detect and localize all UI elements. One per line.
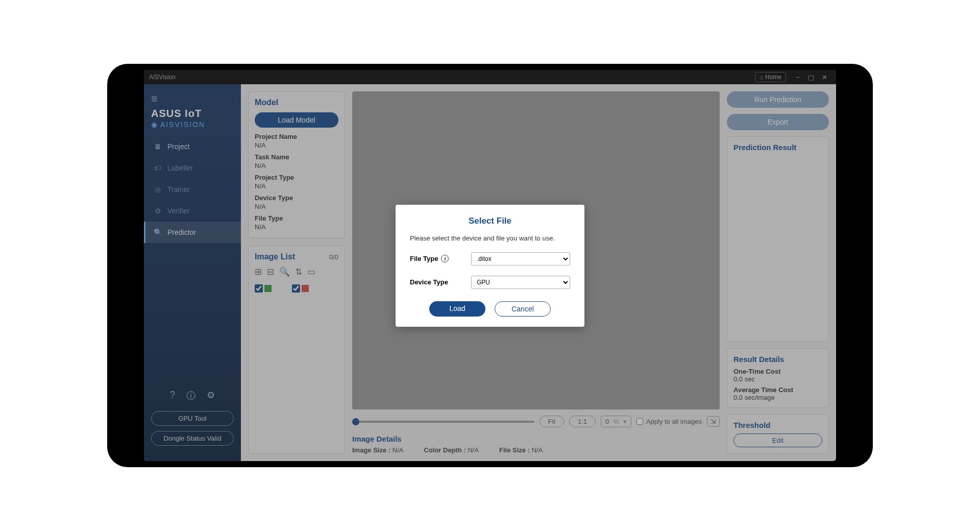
modal-scrim: Select File Please select the device and… [144, 70, 836, 461]
dialog-device-type-label: Device Type [410, 278, 471, 286]
dialog-message: Please select the device and file you wa… [410, 234, 570, 242]
file-type-select[interactable]: .ditox [471, 252, 570, 266]
dialog-title: Select File [410, 216, 570, 226]
device-type-select[interactable]: GPU [471, 276, 570, 289]
dialog-file-type-label: File Type [410, 255, 438, 262]
load-button[interactable]: Load [429, 301, 485, 317]
info-icon[interactable]: i [441, 255, 449, 262]
select-file-dialog: Select File Please select the device and… [396, 205, 584, 327]
cancel-button[interactable]: Cancel [495, 301, 551, 317]
